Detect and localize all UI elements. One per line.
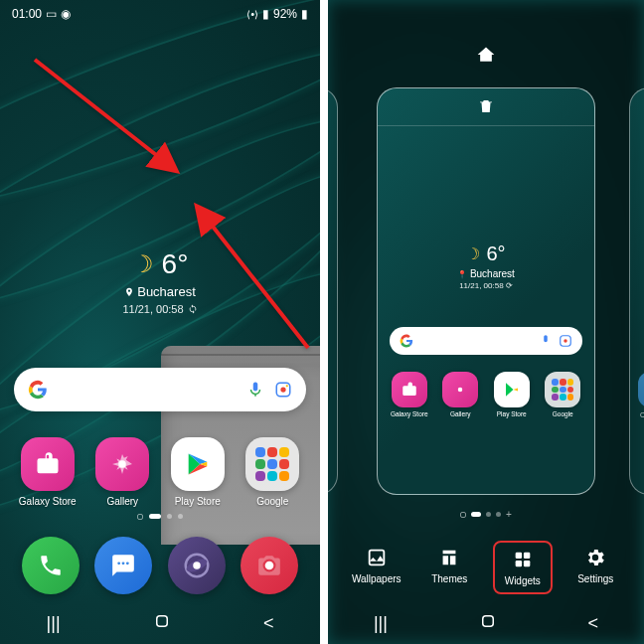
mini-search-bar [390, 327, 582, 355]
app-google-folder[interactable]: Google [238, 437, 307, 507]
internet-app[interactable] [168, 537, 226, 594]
svg-line-3 [199, 209, 308, 348]
mic-icon [539, 334, 553, 348]
svg-point-6 [286, 385, 288, 387]
gear-icon [584, 547, 606, 568]
battery-percent: 92% [273, 7, 297, 21]
galaxy-store-icon [21, 437, 75, 491]
svg-point-17 [458, 388, 463, 393]
svg-rect-23 [483, 615, 494, 626]
preview-page-indicator: + [328, 512, 644, 518]
svg-point-10 [126, 562, 129, 564]
mini-app-gallery: Gallery [437, 372, 483, 417]
phone-app[interactable] [22, 537, 80, 594]
svg-rect-21 [515, 561, 521, 566]
svg-point-9 [122, 562, 125, 564]
svg-rect-14 [156, 615, 167, 626]
svg-rect-19 [515, 553, 521, 559]
google-search-bar[interactable] [14, 368, 306, 411]
home-button[interactable] [153, 612, 171, 635]
google-lens-icon[interactable] [274, 381, 292, 399]
svg-line-1 [35, 60, 174, 169]
svg-point-8 [118, 562, 121, 564]
home-button[interactable] [479, 612, 497, 635]
notification-icon: ▭ [46, 7, 57, 21]
navigation-bar: ||| < [328, 602, 644, 644]
svg-rect-20 [524, 553, 530, 559]
svg-rect-18 [369, 551, 384, 565]
moon-icon: ☽ [466, 244, 480, 263]
wallpapers-button[interactable]: Wallpapers [347, 541, 406, 594]
page-indicator [0, 514, 320, 520]
moon-icon: ☽ [132, 250, 154, 278]
settings-button[interactable]: Settings [565, 541, 625, 594]
play-store-icon [171, 437, 225, 491]
app-galaxy-store[interactable]: Galaxy Store [13, 437, 82, 507]
back-button[interactable]: < [263, 613, 274, 634]
temperature: 6° [162, 248, 189, 280]
camera-app[interactable] [241, 537, 298, 594]
home-panel-indicator[interactable] [475, 45, 497, 69]
themes-button[interactable]: Themes [419, 541, 479, 594]
tutorial-arrow-up [189, 199, 318, 362]
tutorial-arrow-down [30, 55, 189, 183]
widgets-icon [512, 549, 534, 570]
trash-icon[interactable] [477, 97, 495, 119]
home-panel-dot [137, 514, 143, 520]
location-pin-icon [124, 287, 134, 297]
svg-point-16 [564, 339, 567, 343]
weather-location: Bucharest [137, 284, 196, 299]
gallery-icon [95, 437, 149, 491]
preview-page-current[interactable]: ☽6° 📍 Bucharest 11/21, 00:58 ⟳ Galaxy St… [377, 87, 595, 495]
recents-button[interactable]: ||| [374, 613, 388, 634]
battery-icon: ▮ [301, 7, 308, 21]
google-lens-icon [559, 334, 572, 348]
mic-icon[interactable] [246, 381, 264, 399]
navigation-bar: ||| < [0, 602, 320, 644]
widgets-button[interactable]: Widgets [493, 541, 553, 594]
preview-page-next[interactable]: Clo [629, 87, 644, 495]
svg-point-13 [193, 562, 201, 569]
home-screen: 01:00 ▭ ◉ ⟨•⟩ ▮ 92% ▮ ☽ 6° Bucharest 11/… [0, 0, 320, 644]
mini-app-galaxy-store: Galaxy Store [387, 372, 432, 417]
mini-app-play-store: Play Store [489, 372, 535, 417]
svg-point-5 [280, 387, 285, 392]
home-app-row: Galaxy Store Gallery Play Store Google [0, 437, 320, 507]
add-page-icon[interactable]: + [506, 512, 512, 518]
google-logo-icon [400, 334, 413, 348]
svg-rect-22 [524, 561, 530, 566]
mini-app-clock [638, 372, 644, 407]
messages-app[interactable] [94, 537, 152, 594]
status-time: 01:00 [12, 7, 42, 21]
dock [0, 537, 320, 594]
status-bar: 01:00 ▭ ◉ ⟨•⟩ ▮ 92% ▮ [0, 0, 320, 28]
back-button[interactable]: < [588, 613, 599, 634]
nfc-icon: ⟨•⟩ [246, 9, 258, 20]
home-screen-edit: ☽6° 📍 Bucharest 11/21, 00:58 ⟳ Galaxy St… [328, 0, 644, 644]
preview-page-prev[interactable] [328, 87, 338, 495]
mini-weather-widget: ☽6° 📍 Bucharest 11/21, 00:58 ⟳ [378, 242, 594, 290]
mini-app-google-folder: Google [540, 372, 585, 417]
app-gallery[interactable]: Gallery [87, 437, 157, 507]
google-folder-icon [245, 437, 299, 491]
wallpapers-icon [366, 547, 388, 568]
app-play-store[interactable]: Play Store [163, 437, 233, 507]
notification-icon: ◉ [61, 7, 71, 21]
weather-datetime: 11/21, 00:58 [122, 303, 183, 315]
themes-icon [438, 547, 460, 568]
google-logo-icon [28, 380, 48, 400]
edit-toolbar: Wallpapers Themes Widgets Settings [328, 541, 644, 594]
signal-icon: ▮ [262, 7, 269, 21]
recents-button[interactable]: ||| [47, 613, 61, 634]
